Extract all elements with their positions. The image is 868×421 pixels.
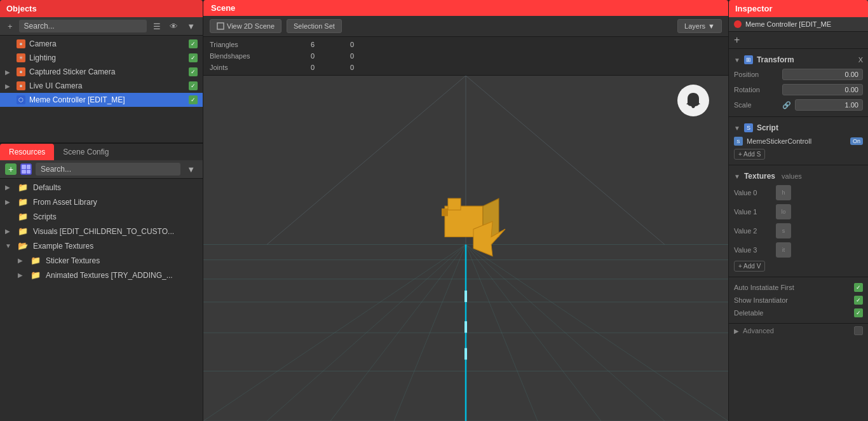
inspector-title-row: Meme Controller [EDIT_ME bbox=[729, 17, 868, 32]
object-item-captured-sticker-camera[interactable]: ▶ ● Captured Sticker Camera ✓ bbox=[0, 65, 203, 79]
texture-value-2-thumb[interactable]: s bbox=[776, 223, 791, 238]
camera-check: ✓ bbox=[189, 39, 198, 48]
camera-icon: ● bbox=[17, 39, 25, 48]
inspector-object-name: Meme Controller [EDIT_ME bbox=[745, 20, 863, 28]
joints-v1: 0 bbox=[294, 62, 332, 72]
script-entry-row: S MemeStickerControll On bbox=[729, 135, 868, 148]
script-chevron: ▼ bbox=[734, 125, 740, 132]
scene-title: Scene bbox=[211, 3, 235, 13]
position-input[interactable] bbox=[782, 69, 863, 80]
resources-filter-button[interactable]: ▼ bbox=[184, 163, 198, 176]
captured-sticker-icon: ● bbox=[17, 67, 25, 76]
rotation-row: Rotation bbox=[729, 82, 868, 97]
texture-value-2-label: Value 2 bbox=[734, 227, 772, 235]
objects-visibility-button[interactable]: 👁 bbox=[167, 20, 180, 32]
viewport[interactable] bbox=[203, 76, 728, 421]
textures-section-title[interactable]: ▼ Textures values bbox=[729, 169, 868, 183]
position-row: Position bbox=[729, 67, 868, 82]
object-list: ● Camera ✓ ☀ Lighting ✓ ▶ ● Captured Sti… bbox=[0, 36, 203, 108]
snapchat-logo bbox=[677, 85, 709, 116]
tab-scene-config[interactable]: Scene Config bbox=[54, 144, 118, 160]
scale-input[interactable] bbox=[795, 99, 863, 111]
captured-sticker-expand: ▶ bbox=[5, 69, 13, 76]
texture-value-1-thumb[interactable]: lo bbox=[776, 204, 791, 219]
auto-instatiate-check[interactable]: ✓ bbox=[854, 283, 863, 292]
object-item-camera[interactable]: ● Camera ✓ bbox=[0, 37, 203, 51]
transform-section-title[interactable]: ▼ ⊞ Transform X bbox=[729, 53, 868, 67]
resources-add-button[interactable]: + bbox=[5, 163, 17, 175]
scale-row: Scale 🔗 bbox=[729, 97, 868, 113]
lighting-label: Lighting bbox=[29, 53, 185, 62]
objects-section: Objects + ☰ 👁 ▼ ● Camera ✓ bbox=[0, 0, 203, 140]
inspector-add-component-button[interactable]: + bbox=[734, 34, 740, 46]
object-item-meme-controller[interactable]: ⬡ Meme Controller [EDIT_ME] ✓ bbox=[0, 93, 203, 107]
objects-add-button[interactable]: + bbox=[5, 20, 15, 32]
object-item-live-ui-camera[interactable]: ▶ ● Live UI Camera ✓ bbox=[0, 79, 203, 93]
resource-item-animated-textures[interactable]: ▶ 📁 Animated Textures [TRY_ADDING_... bbox=[0, 268, 203, 282]
texture-value-1-row: Value 1 lo bbox=[729, 202, 868, 221]
objects-filter-button[interactable]: ▼ bbox=[184, 20, 198, 32]
resources-section: Resources Scene Config + ▼ ▶ 📁 Defaults … bbox=[0, 142, 203, 421]
resource-item-sticker-textures[interactable]: ▶ 📁 Sticker Textures bbox=[0, 253, 203, 268]
texture-value-0-thumb[interactable]: h bbox=[776, 185, 791, 200]
resource-item-from-asset-library[interactable]: ▶ 📁 From Asset Library bbox=[0, 195, 203, 209]
deletable-row: Deletable ✓ bbox=[729, 307, 868, 319]
advanced-check[interactable] bbox=[854, 326, 863, 335]
transform-title-text: Transform bbox=[757, 55, 794, 64]
lighting-check: ✓ bbox=[189, 53, 198, 62]
inspector-object-icon bbox=[734, 20, 742, 28]
layers-button[interactable]: Layers ▼ bbox=[677, 19, 722, 33]
asset-library-label: From Asset Library bbox=[33, 198, 97, 207]
deletable-check[interactable]: ✓ bbox=[854, 308, 863, 317]
meme-controller-icon: ⬡ bbox=[17, 95, 25, 104]
visuals-expand: ▶ bbox=[5, 228, 13, 235]
svg-rect-25 bbox=[448, 198, 461, 210]
scripts-folder-icon: 📁 bbox=[18, 212, 28, 221]
resource-item-visuals[interactable]: ▶ 📁 Visuals [EDIT_CHILDREN_TO_CUSTO... bbox=[0, 224, 203, 238]
resource-item-scripts[interactable]: 📁 Scripts bbox=[0, 209, 203, 224]
object-item-lighting[interactable]: ☀ Lighting ✓ bbox=[0, 51, 203, 65]
rotation-input[interactable] bbox=[782, 84, 863, 95]
selection-set-button[interactable]: Selection Set bbox=[287, 19, 342, 33]
example-textures-folder-icon: 📂 bbox=[18, 241, 28, 251]
triangles-v1: 6 bbox=[294, 39, 332, 50]
camera-label: Camera bbox=[29, 39, 185, 48]
inspector-header: Inspector bbox=[729, 0, 868, 17]
view-2d-scene-button[interactable]: View 2D Scene bbox=[210, 19, 281, 33]
show-instantiator-row: Show Instantiator ✓ bbox=[729, 294, 868, 307]
advanced-label: Advanced bbox=[743, 327, 850, 335]
add-script-button[interactable]: + Add S bbox=[734, 149, 765, 160]
live-ui-check: ✓ bbox=[189, 81, 198, 90]
script-section: ▼ S Script S MemeStickerControll On + Ad… bbox=[729, 117, 868, 165]
advanced-row[interactable]: ▶ Advanced bbox=[729, 324, 868, 338]
boolean-props-section: Auto Instatiate First ✓ Show Instantiato… bbox=[729, 277, 868, 324]
resource-item-example-textures[interactable]: ▼ 📂 Example Textures bbox=[0, 238, 203, 253]
texture-value-1-label: Value 1 bbox=[734, 208, 772, 216]
defaults-label: Defaults bbox=[33, 183, 61, 192]
tab-resources[interactable]: Resources bbox=[0, 144, 54, 160]
show-instantiator-check[interactable]: ✓ bbox=[854, 296, 863, 305]
objects-search-input[interactable] bbox=[19, 20, 147, 32]
triangles-label: Triangles bbox=[210, 39, 292, 50]
textures-values-label: values bbox=[782, 172, 802, 180]
add-texture-value-button[interactable]: + Add V bbox=[734, 261, 765, 272]
example-textures-label: Example Textures bbox=[33, 242, 93, 251]
script-name-label: MemeStickerControll bbox=[747, 137, 846, 145]
resources-grid-icon bbox=[20, 163, 32, 175]
objects-list-view-button[interactable]: ☰ bbox=[151, 20, 163, 32]
lighting-icon: ☀ bbox=[17, 53, 25, 62]
example-textures-expand: ▼ bbox=[5, 242, 13, 249]
animated-textures-expand: ▶ bbox=[18, 272, 25, 279]
scene-toolbar: View 2D Scene Selection Set Layers ▼ bbox=[203, 16, 728, 37]
texture-value-3-row: Value 3 it bbox=[729, 240, 868, 259]
script-section-title[interactable]: ▼ S Script bbox=[729, 121, 868, 135]
resources-search-input[interactable] bbox=[36, 163, 180, 176]
texture-value-3-thumb[interactable]: it bbox=[776, 242, 791, 258]
captured-sticker-label: Captured Sticker Camera bbox=[29, 67, 185, 76]
animated-textures-label: Animated Textures [TRY_ADDING_... bbox=[46, 271, 173, 280]
rotation-label: Rotation bbox=[734, 86, 778, 93]
resource-item-defaults[interactable]: ▶ 📁 Defaults bbox=[0, 180, 203, 195]
meme-controller-check: ✓ bbox=[189, 95, 198, 104]
resources-tabs: Resources Scene Config bbox=[0, 144, 203, 160]
blendshapes-v2: 0 bbox=[333, 51, 371, 61]
